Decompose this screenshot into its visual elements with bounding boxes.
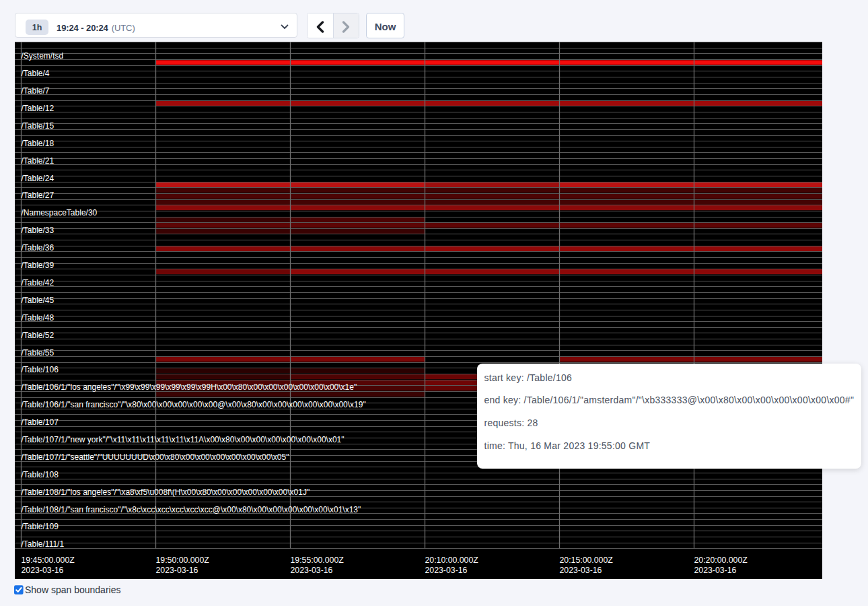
svg-text:/Table/106/1/"san francisco"/": /Table/106/1/"san francisco"/"\x80\x00\x…	[22, 400, 366, 409]
svg-text:/Table/106/1/"los angeles"/"\x: /Table/106/1/"los angeles"/"\x99\x99\x99…	[22, 382, 357, 392]
svg-text:2023-03-16: 2023-03-16	[156, 566, 198, 575]
svg-text:/Table/107/1/"seattle"/"UUUUUU: /Table/107/1/"seattle"/"UUUUUUUD\x00\x80…	[22, 452, 289, 462]
svg-text:/Table/33: /Table/33	[22, 226, 55, 235]
svg-text:/Table/24: /Table/24	[22, 174, 55, 183]
svg-text:/Table/21: /Table/21	[22, 156, 55, 166]
svg-text:/Table/111/1: /Table/111/1	[22, 539, 65, 549]
svg-text:19:50:00.000Z: 19:50:00.000Z	[156, 556, 210, 565]
svg-text:/Table/4: /Table/4	[22, 69, 50, 78]
svg-text:/Table/108/1/"san francisco"/": /Table/108/1/"san francisco"/"\x8c\xcc\x…	[22, 505, 361, 514]
svg-text:/Table/106: /Table/106	[22, 365, 59, 374]
svg-text:/Table/108/1/"los angeles"/"\x: /Table/108/1/"los angeles"/"\xa8\xf5\u00…	[22, 487, 310, 497]
svg-text:/Table/45: /Table/45	[22, 296, 55, 305]
svg-text:/Table/36: /Table/36	[22, 243, 55, 252]
svg-text:/Table/18: /Table/18	[22, 139, 55, 148]
svg-text:2023-03-16: 2023-03-16	[425, 566, 468, 575]
svg-text:2023-03-16: 2023-03-16	[291, 566, 333, 575]
svg-text:20:20:00.000Z: 20:20:00.000Z	[694, 556, 748, 565]
svg-text:/Table/108: /Table/108	[22, 470, 59, 479]
svg-text:20:15:00.000Z: 20:15:00.000Z	[560, 556, 614, 565]
svg-text:19:55:00.000Z: 19:55:00.000Z	[291, 556, 345, 565]
svg-text:2023-03-16: 2023-03-16	[22, 566, 64, 575]
svg-text:/Table/15: /Table/15	[22, 121, 55, 131]
svg-text:2023-03-16: 2023-03-16	[560, 566, 602, 575]
svg-text:2023-03-16: 2023-03-16	[694, 566, 737, 575]
svg-text:/Table/107: /Table/107	[22, 417, 59, 427]
svg-text:19:45:00.000Z: 19:45:00.000Z	[22, 556, 75, 565]
svg-text:/Table/42: /Table/42	[22, 278, 55, 288]
svg-text:20:10:00.000Z: 20:10:00.000Z	[425, 556, 479, 565]
svg-text:/Table/39: /Table/39	[22, 261, 55, 270]
svg-text:/Table/109: /Table/109	[22, 522, 59, 531]
svg-text:/Table/27: /Table/27	[22, 191, 55, 200]
svg-text:/Table/7: /Table/7	[22, 86, 50, 96]
svg-text:/Table/12: /Table/12	[22, 104, 55, 113]
svg-text:/Table/107/1/"new york"/"\x11\: /Table/107/1/"new york"/"\x11\x11\x11\x1…	[22, 435, 345, 444]
svg-text:/Table/55: /Table/55	[22, 348, 55, 358]
svg-text:/Table/48: /Table/48	[22, 313, 55, 323]
svg-text:/Table/52: /Table/52	[22, 331, 55, 340]
svg-text:/NamespaceTable/30: /NamespaceTable/30	[22, 208, 98, 217]
svg-text:/System/tsd: /System/tsd	[22, 51, 64, 61]
